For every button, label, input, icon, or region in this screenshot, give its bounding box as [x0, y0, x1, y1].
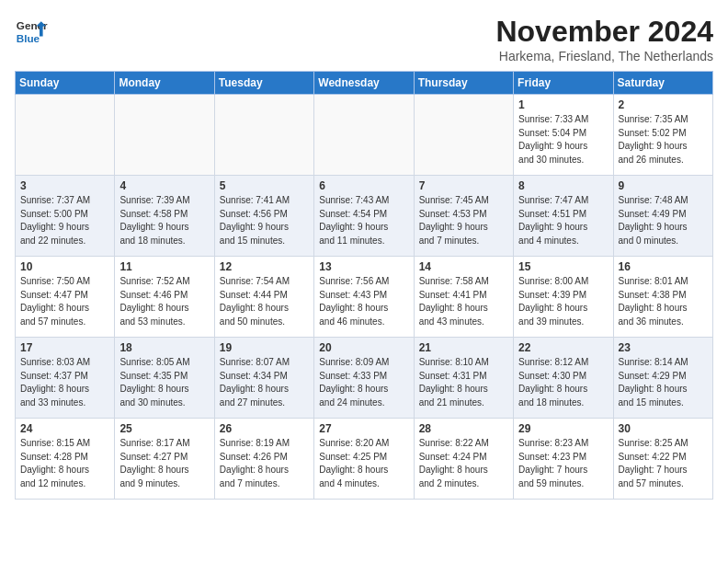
calendar-cell: 14Sunrise: 7:58 AM Sunset: 4:41 PM Dayli… — [414, 257, 513, 338]
day-info: Sunrise: 8:00 AM Sunset: 4:39 PM Dayligh… — [518, 275, 608, 328]
calendar-cell: 3Sunrise: 7:37 AM Sunset: 5:00 PM Daylig… — [16, 176, 115, 257]
day-number: 10 — [20, 260, 109, 273]
weekday-header-saturday: Saturday — [613, 72, 712, 95]
day-info: Sunrise: 8:23 AM Sunset: 4:23 PM Dayligh… — [518, 437, 608, 490]
calendar-cell — [16, 95, 115, 176]
day-info: Sunrise: 8:03 AM Sunset: 4:37 PM Dayligh… — [20, 356, 109, 409]
calendar-cell: 16Sunrise: 8:01 AM Sunset: 4:38 PM Dayli… — [613, 257, 712, 338]
day-info: Sunrise: 8:14 AM Sunset: 4:29 PM Dayligh… — [619, 356, 708, 409]
calendar-cell: 6Sunrise: 7:43 AM Sunset: 4:54 PM Daylig… — [314, 176, 414, 257]
day-number: 22 — [518, 341, 608, 354]
day-info: Sunrise: 7:37 AM Sunset: 5:00 PM Dayligh… — [20, 194, 109, 247]
day-number: 30 — [619, 422, 708, 435]
day-info: Sunrise: 7:43 AM Sunset: 4:54 PM Dayligh… — [319, 194, 408, 247]
day-number: 27 — [319, 422, 408, 435]
calendar-cell: 15Sunrise: 8:00 AM Sunset: 4:39 PM Dayli… — [514, 257, 613, 338]
day-number: 26 — [220, 422, 309, 435]
day-info: Sunrise: 8:05 AM Sunset: 4:35 PM Dayligh… — [119, 356, 209, 409]
day-number: 8 — [518, 179, 608, 192]
day-number: 25 — [119, 422, 209, 435]
weekday-header-monday: Monday — [115, 72, 214, 95]
calendar-cell: 30Sunrise: 8:25 AM Sunset: 4:22 PM Dayli… — [613, 419, 712, 500]
calendar-cell: 4Sunrise: 7:39 AM Sunset: 4:58 PM Daylig… — [115, 176, 214, 257]
calendar-cell: 26Sunrise: 8:19 AM Sunset: 4:26 PM Dayli… — [214, 419, 313, 500]
day-number: 18 — [119, 341, 209, 354]
weekday-header-thursday: Thursday — [414, 72, 513, 95]
day-info: Sunrise: 7:33 AM Sunset: 5:04 PM Dayligh… — [518, 113, 608, 167]
calendar-cell: 12Sunrise: 7:54 AM Sunset: 4:44 PM Dayli… — [214, 257, 313, 338]
calendar-week-2: 3Sunrise: 7:37 AM Sunset: 5:00 PM Daylig… — [16, 176, 713, 257]
day-info: Sunrise: 8:25 AM Sunset: 4:22 PM Dayligh… — [619, 437, 708, 490]
day-info: Sunrise: 7:35 AM Sunset: 5:02 PM Dayligh… — [619, 113, 708, 167]
day-info: Sunrise: 8:09 AM Sunset: 4:33 PM Dayligh… — [319, 356, 408, 409]
day-number: 3 — [20, 179, 109, 192]
calendar-cell: 18Sunrise: 8:05 AM Sunset: 4:35 PM Dayli… — [115, 338, 214, 419]
day-info: Sunrise: 8:12 AM Sunset: 4:30 PM Dayligh… — [518, 356, 608, 409]
calendar-table: SundayMondayTuesdayWednesdayThursdayFrid… — [15, 71, 713, 500]
day-info: Sunrise: 7:45 AM Sunset: 4:53 PM Dayligh… — [419, 194, 508, 247]
calendar-week-1: 1Sunrise: 7:33 AM Sunset: 5:04 PM Daylig… — [16, 95, 713, 176]
calendar-cell: 19Sunrise: 8:07 AM Sunset: 4:34 PM Dayli… — [214, 338, 313, 419]
day-info: Sunrise: 8:15 AM Sunset: 4:28 PM Dayligh… — [20, 437, 109, 490]
day-info: Sunrise: 8:20 AM Sunset: 4:25 PM Dayligh… — [319, 437, 408, 490]
day-info: Sunrise: 7:47 AM Sunset: 4:51 PM Dayligh… — [518, 194, 608, 247]
calendar-cell: 10Sunrise: 7:50 AM Sunset: 4:47 PM Dayli… — [16, 257, 115, 338]
day-number: 16 — [619, 260, 708, 273]
logo-icon: General Blue — [15, 15, 48, 48]
day-number: 11 — [119, 260, 209, 273]
logo: General Blue — [15, 15, 48, 48]
calendar-cell: 9Sunrise: 7:48 AM Sunset: 4:49 PM Daylig… — [613, 176, 712, 257]
day-info: Sunrise: 8:22 AM Sunset: 4:24 PM Dayligh… — [419, 437, 508, 490]
day-number: 20 — [319, 341, 408, 354]
day-number: 21 — [419, 341, 508, 354]
day-info: Sunrise: 7:41 AM Sunset: 4:56 PM Dayligh… — [220, 194, 309, 247]
calendar-cell: 22Sunrise: 8:12 AM Sunset: 4:30 PM Dayli… — [514, 338, 613, 419]
day-info: Sunrise: 8:10 AM Sunset: 4:31 PM Dayligh… — [419, 356, 508, 409]
weekday-header-friday: Friday — [514, 72, 613, 95]
calendar-cell — [214, 95, 313, 176]
day-info: Sunrise: 8:19 AM Sunset: 4:26 PM Dayligh… — [220, 437, 309, 490]
day-number: 6 — [319, 179, 408, 192]
calendar-cell: 7Sunrise: 7:45 AM Sunset: 4:53 PM Daylig… — [414, 176, 513, 257]
calendar-week-4: 17Sunrise: 8:03 AM Sunset: 4:37 PM Dayli… — [16, 338, 713, 419]
day-number: 13 — [319, 260, 408, 273]
day-number: 5 — [220, 179, 309, 192]
day-number: 28 — [419, 422, 508, 435]
weekday-header-sunday: Sunday — [16, 72, 115, 95]
calendar-cell: 29Sunrise: 8:23 AM Sunset: 4:23 PM Dayli… — [514, 419, 613, 500]
calendar-cell: 27Sunrise: 8:20 AM Sunset: 4:25 PM Dayli… — [314, 419, 414, 500]
day-number: 1 — [518, 98, 608, 111]
calendar-cell: 24Sunrise: 8:15 AM Sunset: 4:28 PM Dayli… — [16, 419, 115, 500]
calendar-cell — [314, 95, 414, 176]
day-info: Sunrise: 7:50 AM Sunset: 4:47 PM Dayligh… — [20, 275, 109, 328]
day-number: 7 — [419, 179, 508, 192]
weekday-header-tuesday: Tuesday — [214, 72, 313, 95]
day-number: 2 — [619, 98, 708, 111]
calendar-cell: 1Sunrise: 7:33 AM Sunset: 5:04 PM Daylig… — [514, 95, 613, 176]
calendar-cell: 5Sunrise: 7:41 AM Sunset: 4:56 PM Daylig… — [214, 176, 313, 257]
day-info: Sunrise: 8:07 AM Sunset: 4:34 PM Dayligh… — [220, 356, 309, 409]
calendar-cell: 2Sunrise: 7:35 AM Sunset: 5:02 PM Daylig… — [613, 95, 712, 176]
page-header: General Blue November 2024 Harkema, Frie… — [15, 15, 713, 63]
day-number: 17 — [20, 341, 109, 354]
day-number: 12 — [220, 260, 309, 273]
day-number: 24 — [20, 422, 109, 435]
day-number: 9 — [619, 179, 708, 192]
day-info: Sunrise: 7:48 AM Sunset: 4:49 PM Dayligh… — [619, 194, 708, 247]
day-info: Sunrise: 8:17 AM Sunset: 4:27 PM Dayligh… — [119, 437, 209, 490]
day-info: Sunrise: 7:56 AM Sunset: 4:43 PM Dayligh… — [319, 275, 408, 328]
calendar-cell: 25Sunrise: 8:17 AM Sunset: 4:27 PM Dayli… — [115, 419, 214, 500]
day-info: Sunrise: 8:01 AM Sunset: 4:38 PM Dayligh… — [619, 275, 708, 328]
calendar-cell: 17Sunrise: 8:03 AM Sunset: 4:37 PM Dayli… — [16, 338, 115, 419]
location: Harkema, Friesland, The Netherlands — [495, 49, 713, 63]
day-info: Sunrise: 7:54 AM Sunset: 4:44 PM Dayligh… — [220, 275, 309, 328]
calendar-cell: 28Sunrise: 8:22 AM Sunset: 4:24 PM Dayli… — [414, 419, 513, 500]
day-number: 4 — [119, 179, 209, 192]
calendar-week-3: 10Sunrise: 7:50 AM Sunset: 4:47 PM Dayli… — [16, 257, 713, 338]
title-block: November 2024 Harkema, Friesland, The Ne… — [495, 15, 713, 63]
weekday-header-row: SundayMondayTuesdayWednesdayThursdayFrid… — [16, 72, 713, 95]
day-info: Sunrise: 7:58 AM Sunset: 4:41 PM Dayligh… — [419, 275, 508, 328]
calendar-cell: 11Sunrise: 7:52 AM Sunset: 4:46 PM Dayli… — [115, 257, 214, 338]
calendar-cell — [115, 95, 214, 176]
day-number: 29 — [518, 422, 608, 435]
